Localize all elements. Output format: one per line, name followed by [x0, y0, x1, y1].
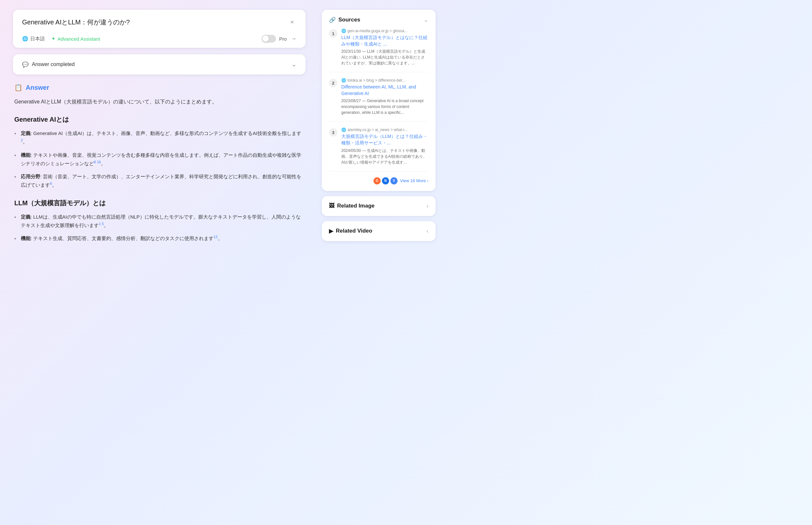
bullet2-sup: 8 16 — [94, 160, 101, 164]
list-item: 機能: テキストや画像、音楽、視覚コンテンツを含む多種多様な内容を生成します。例… — [14, 151, 304, 168]
search-query-text: Generative AIとLLM：何が違うのか? — [22, 18, 130, 27]
bullet4-text: : LLMは、生成AIの中でも特に自然言語処理（NLP）に特化したモデルです。膨… — [21, 214, 301, 228]
pro-toggle-switch[interactable] — [262, 35, 276, 43]
search-box: Generative AIとLLM：何が違うのか? × 🌐 日本語 ✦ Adva… — [13, 10, 306, 48]
search-footer: 🌐 日本語 ✦ Advanced Assistant Pro → — [22, 35, 296, 43]
source-item-1[interactable]: 1 🌐 gen-ai-media.guga.or.jp > glossa... … — [329, 29, 428, 72]
source-domain-3: 🌐 aismiley.co.jp > ai_news > what-i... — [341, 127, 428, 132]
bullet1-text: : Generative AI（生成AI）は、テキスト、画像、音声、動画など、多… — [31, 131, 301, 136]
bullet3-sup: 6 — [50, 181, 52, 185]
sparkle-icon: ✦ — [51, 36, 56, 42]
chevron-down-icon: ⌄ — [292, 61, 296, 68]
logo-1: G — [374, 177, 381, 184]
advanced-label: Advanced Assistant — [58, 36, 100, 42]
source-content-3: 🌐 aismiley.co.jp > ai_news > what-i... 大… — [341, 127, 428, 165]
related-video-title: ▶ Related Video — [329, 228, 372, 235]
source-content-2: 🌐 toloka.ai > blog > difference-bet... D… — [341, 78, 428, 116]
answer-header: 📋 Answer — [14, 84, 304, 91]
section2-title: LLM（大規模言語モデル）とは — [14, 199, 304, 208]
advanced-assistant-option[interactable]: ✦ Advanced Assistant — [51, 36, 100, 42]
source-domain-2: 🌐 toloka.ai > blog > difference-bet... — [341, 78, 428, 82]
list-item: 応用分野: 芸術（音楽、アート、文学の作成）、エンターテインメント業界、科学研究… — [14, 172, 304, 190]
related-video-card[interactable]: ▶ Related Video ‹ — [322, 221, 436, 241]
close-button[interactable]: × — [288, 18, 296, 27]
globe-icon: 🌐 — [22, 36, 28, 42]
sources-card-header: 🔗 Sources ⌄ — [329, 16, 428, 24]
list-item: 機能: テキスト生成、質問応答、文書要約、感情分析、翻訳などのタスクに使用されま… — [14, 234, 304, 243]
search-options: 🌐 日本語 ✦ Advanced Assistant — [22, 36, 100, 42]
globe-icon: 🌐 — [341, 78, 346, 82]
source-number-2: 2 — [329, 79, 338, 87]
sidebar: 🔗 Sources ⌄ 1 🌐 gen-ai-media.guga.or.jp … — [318, 0, 442, 525]
lang-label: 日本語 — [30, 36, 45, 42]
link-icon: 🔗 — [329, 17, 336, 24]
bullet2-text: : テキストや画像、音楽、視覚コンテンツを含む多種多様な内容を生成します。例えば… — [21, 152, 301, 166]
answer-section: 📋 Answer Generative AIとLLM（大規模言語モデル）の違いに… — [13, 84, 306, 243]
search-query-row: Generative AIとLLM：何が違うのか? × — [22, 18, 296, 27]
section2-bullets: 定義: LLMは、生成AIの中でも特に自然言語処理（NLP）に特化したモデルです… — [14, 213, 304, 243]
source-link-1[interactable]: LLM（大規模言語モデル）とはなに？仕組みや種類・生成AIと ... — [341, 34, 428, 47]
source-snippet-3: 2024/05/30 — 生成AIとは、テキストや画像、動画、音声などを生成でき… — [341, 148, 428, 165]
section1-title: Generative AIとは — [14, 115, 304, 124]
language-option[interactable]: 🌐 日本語 — [22, 36, 45, 42]
main-area: Generative AIとLLM：何が違うのか? × 🌐 日本語 ✦ Adva… — [0, 0, 318, 525]
view-more-row: G N V View 16 More › — [329, 177, 428, 184]
pro-toggle-area: Pro → — [262, 35, 296, 43]
section1-bullets: 定義: Generative AI（生成AI）は、テキスト、画像、音声、動画など… — [14, 129, 304, 190]
answer-icon: 📋 — [14, 84, 22, 91]
answer-completed-label: Answer completed — [32, 61, 75, 68]
pro-arrow-icon[interactable]: → — [291, 36, 296, 42]
source-content-1: 🌐 gen-ai-media.guga.or.jp > glossa... LL… — [341, 29, 428, 66]
related-image-card[interactable]: 🖼 Related Image ‹ — [322, 196, 436, 216]
source-number-1: 1 — [329, 29, 338, 38]
sources-title: 🔗 Sources — [329, 17, 360, 24]
source-domain-1: 🌐 gen-ai-media.guga.or.jp > glossa... — [341, 29, 428, 33]
bullet5-text: : テキスト生成、質問応答、文書要約、感情分析、翻訳などのタスクに使用されます — [31, 236, 214, 241]
source-number-3: 3 — [329, 128, 338, 137]
source-link-2[interactable]: Difference between AI, ML, LLM, and Gene… — [341, 84, 428, 96]
bullet3-label: 応用分野 — [21, 174, 40, 179]
sources-label: Sources — [338, 17, 360, 23]
globe-icon: 🌐 — [341, 127, 346, 132]
source-snippet-2: 2023/08/27 — Generative AI is a broad co… — [341, 98, 428, 116]
answer-completed-box[interactable]: 💬 Answer completed ⌄ — [13, 54, 306, 75]
chevron-left-icon: ‹ — [426, 228, 428, 235]
chevron-left-icon: ‹ — [426, 202, 428, 209]
sources-card: 🔗 Sources ⌄ 1 🌐 gen-ai-media.guga.or.jp … — [322, 10, 436, 191]
source-snippet-1: 2023/11/30 — LLM（大規模言語モデル）と生成AIとの違い. LLM… — [341, 48, 428, 66]
list-item: 定義: LLMは、生成AIの中でも特に自然言語処理（NLP）に特化したモデルです… — [14, 213, 304, 230]
bullet5-sup: 12 — [214, 235, 217, 239]
globe-icon: 🌐 — [341, 29, 346, 33]
source-item-3[interactable]: 3 🌐 aismiley.co.jp > ai_news > what-i...… — [329, 127, 428, 171]
source-logos: G N V — [374, 177, 397, 184]
bullet5-label: 機能 — [21, 236, 31, 241]
bullet1-sup: 2 — [21, 138, 23, 142]
answer-completed-left: 💬 Answer completed — [22, 61, 75, 68]
answer-intro: Generative AIとLLM（大規模言語モデル）の違いについて、以下のよう… — [14, 97, 304, 106]
pro-label: Pro — [279, 36, 287, 42]
chevron-down-icon: ⌄ — [424, 16, 428, 24]
image-icon: 🖼 — [329, 202, 334, 209]
list-item: 定義: Generative AI（生成AI）は、テキスト、画像、音声、動画など… — [14, 129, 304, 146]
view-more-link[interactable]: View 16 More › — [400, 178, 428, 183]
bullet1-label: 定義 — [21, 131, 31, 136]
related-image-title: 🖼 Related Image — [329, 202, 374, 209]
video-icon: ▶ — [329, 228, 333, 235]
chat-icon: 💬 — [22, 61, 29, 68]
bullet2-label: 機能 — [21, 152, 31, 158]
bullet4-label: 定義 — [21, 214, 31, 220]
answer-title: Answer — [26, 84, 49, 91]
source-item-2[interactable]: 2 🌐 toloka.ai > blog > difference-bet...… — [329, 78, 428, 122]
bullet3-text: : 芸術（音楽、アート、文学の作成）、エンターテインメント業界、科学研究と開発な… — [21, 174, 301, 188]
logo-3: V — [390, 177, 397, 184]
source-link-3[interactable]: 大規模言語モデル（LLM）とは？仕組み・種類・活用サービス・... — [341, 133, 428, 146]
toggle-knob — [262, 35, 269, 42]
logo-2: N — [382, 177, 389, 184]
bullet4-sup: 1 5 — [99, 222, 104, 226]
